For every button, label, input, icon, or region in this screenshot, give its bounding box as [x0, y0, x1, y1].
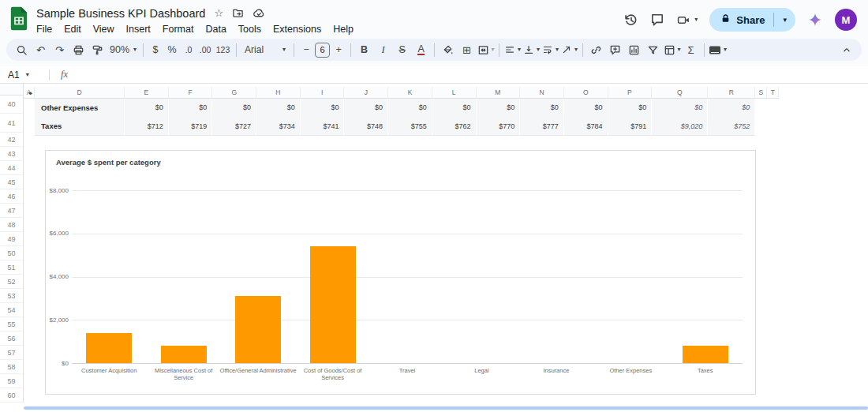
menu-insert[interactable]: Insert: [121, 22, 156, 36]
insert-link-button[interactable]: [587, 40, 605, 59]
row-header-42[interactable]: 42: [0, 133, 23, 147]
row-header-49[interactable]: 49: [0, 232, 23, 246]
cell-I41[interactable]: $741: [301, 117, 345, 136]
row-header-56[interactable]: 56: [0, 331, 23, 346]
cell-K40[interactable]: $0: [388, 99, 432, 117]
menu-file[interactable]: File: [31, 22, 58, 36]
text-rotation-button[interactable]: ▾: [560, 40, 578, 59]
insert-comment-button[interactable]: [606, 40, 624, 59]
row-header-51[interactable]: 51: [0, 260, 23, 275]
strikethrough-button[interactable]: S: [393, 40, 411, 59]
row-header-52[interactable]: 52: [0, 275, 23, 289]
increase-decimals-button[interactable]: .00: [197, 40, 213, 59]
cell-A40[interactable]: [24, 99, 35, 117]
row-header-41[interactable]: 41: [0, 114, 23, 133]
column-header-P[interactable]: P: [608, 87, 653, 98]
cell-I40[interactable]: $0: [301, 99, 345, 117]
cell-D41[interactable]: Taxes: [35, 117, 125, 136]
cell-O40[interactable]: $0: [564, 99, 608, 117]
row-header-50[interactable]: 50: [0, 246, 23, 260]
column-header-I[interactable]: I: [301, 87, 345, 98]
cell-S41[interactable]: [755, 117, 767, 136]
create-filter-button[interactable]: [644, 40, 662, 59]
row-header-57[interactable]: 57: [0, 346, 23, 360]
cell-H41[interactable]: $734: [256, 117, 301, 136]
column-header-N[interactable]: N: [520, 87, 564, 98]
cell-L40[interactable]: $0: [432, 99, 477, 117]
cell-P40[interactable]: $0: [608, 99, 653, 117]
row-header-40[interactable]: 40: [0, 96, 23, 114]
comment-history-icon[interactable]: [650, 13, 664, 27]
column-header-J[interactable]: J: [344, 87, 388, 98]
formula-input[interactable]: [68, 66, 868, 83]
column-header-E[interactable]: E: [125, 87, 169, 98]
cloud-saved-icon[interactable]: [253, 7, 265, 19]
share-dropdown[interactable]: ▾: [774, 16, 795, 24]
functions-button[interactable]: Σ: [682, 40, 700, 59]
cell-J40[interactable]: $0: [344, 99, 388, 117]
column-header-R[interactable]: R: [708, 87, 755, 98]
column-header-K[interactable]: K: [388, 87, 432, 98]
account-avatar[interactable]: M: [835, 9, 857, 31]
row-header-55[interactable]: 55: [0, 317, 23, 331]
embedded-chart[interactable]: Average $ spent per category $0$2,000$4,…: [45, 150, 756, 395]
row-header-44[interactable]: 44: [0, 161, 23, 175]
document-title[interactable]: Sample Business KPI Dashboard: [36, 7, 205, 20]
menu-extensions[interactable]: Extensions: [268, 22, 327, 36]
cell-Q40[interactable]: $0: [652, 99, 708, 117]
name-box-caret-icon[interactable]: ▾: [26, 72, 29, 78]
hide-menus-button[interactable]: [837, 40, 855, 59]
paint-format-button[interactable]: [88, 40, 107, 59]
cell-T41[interactable]: [767, 117, 779, 136]
decrease-decimals-button[interactable]: .0: [181, 40, 196, 59]
cell-S40[interactable]: [755, 99, 767, 117]
column-header-F[interactable]: F: [169, 87, 213, 98]
name-box[interactable]: A1 ▾: [8, 69, 47, 81]
menu-tools[interactable]: Tools: [233, 22, 267, 36]
move-folder-icon[interactable]: [232, 7, 244, 19]
cell-F41[interactable]: $719: [169, 117, 213, 136]
merge-caret-icon[interactable]: ▾: [492, 47, 495, 53]
column-header-D[interactable]: D◂▸: [35, 87, 125, 98]
cell-Q41[interactable]: $9,020: [652, 117, 708, 136]
menu-view[interactable]: View: [88, 22, 120, 36]
gemini-icon[interactable]: [807, 12, 823, 28]
undo-button[interactable]: ↶: [32, 40, 50, 59]
cell-A41[interactable]: [24, 117, 35, 136]
font-family-select[interactable]: Arial▾: [241, 40, 290, 59]
row-header-48[interactable]: 48: [0, 218, 23, 232]
row-header-43[interactable]: 43: [0, 147, 23, 161]
sheets-logo[interactable]: [9, 6, 28, 31]
menu-format[interactable]: Format: [157, 22, 200, 36]
row-header-59[interactable]: 59: [0, 374, 23, 388]
menu-help[interactable]: Help: [327, 22, 359, 36]
menu-edit[interactable]: Edit: [58, 22, 87, 36]
increase-font-size-button[interactable]: +: [331, 40, 346, 59]
row-header-46[interactable]: 46: [0, 189, 23, 204]
merge-cells-button[interactable]: ▾: [477, 40, 495, 59]
column-header-T[interactable]: T: [767, 87, 779, 98]
format-currency-button[interactable]: $: [148, 40, 163, 59]
input-tools-button[interactable]: ▾: [709, 40, 727, 59]
version-history-icon[interactable]: [623, 13, 638, 28]
cell-J41[interactable]: $748: [344, 117, 388, 136]
print-button[interactable]: [69, 40, 88, 59]
share-button[interactable]: Share ▾: [709, 8, 795, 32]
row-header-54[interactable]: 54: [0, 303, 23, 317]
column-header-L[interactable]: L: [432, 87, 477, 98]
cell-T40[interactable]: [767, 99, 779, 117]
font-size-input[interactable]: 6: [315, 43, 330, 58]
select-all-corner[interactable]: [0, 84, 23, 96]
cell-M40[interactable]: $0: [477, 99, 521, 117]
insert-chart-button[interactable]: [625, 40, 643, 59]
text-wrap-button[interactable]: ▾: [541, 40, 559, 59]
cell-E40[interactable]: $0: [125, 99, 169, 117]
row-header-60[interactable]: 60: [0, 388, 23, 403]
vertical-align-button[interactable]: ▾: [522, 40, 541, 59]
row-header-53[interactable]: 53: [0, 289, 23, 303]
row-header-47[interactable]: 47: [0, 204, 23, 218]
hidden-columns-indicator[interactable]: ◂▸: [28, 87, 31, 99]
cell-G41[interactable]: $727: [212, 117, 256, 136]
column-header-S[interactable]: S: [755, 87, 767, 98]
cell-O41[interactable]: $784: [564, 117, 608, 136]
